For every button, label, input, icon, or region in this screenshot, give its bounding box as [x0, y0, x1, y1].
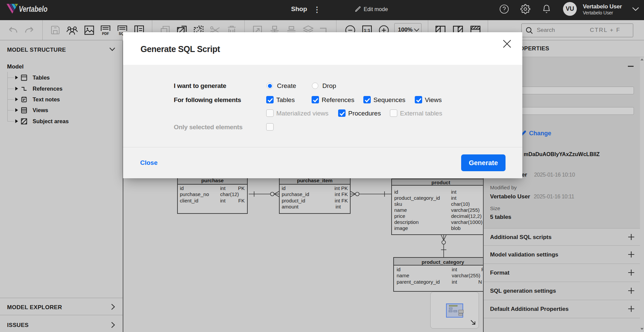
svg-text:PDF: PDF: [102, 32, 110, 36]
